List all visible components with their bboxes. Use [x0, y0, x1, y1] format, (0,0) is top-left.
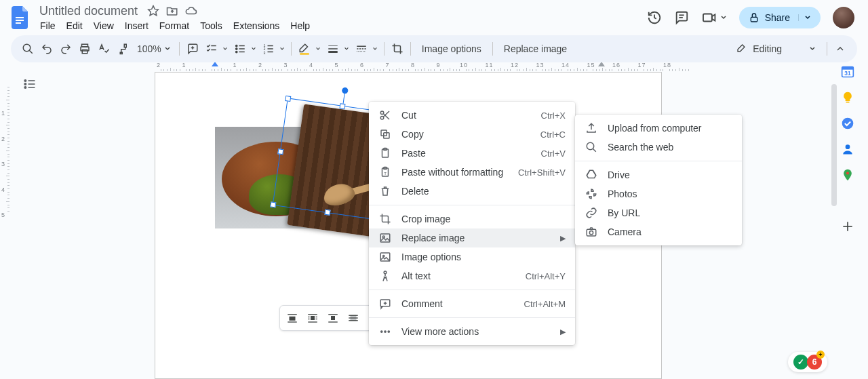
header-actions: Share [647, 7, 860, 28]
cut-icon [378, 109, 392, 121]
contacts-app-icon[interactable] [841, 142, 854, 156]
submenu-camera[interactable]: Camera [575, 222, 742, 241]
print-icon[interactable] [76, 39, 94, 58]
share-dropdown[interactable] [798, 14, 811, 21]
menu-format[interactable]: Format [155, 19, 194, 33]
menu-help[interactable]: Help [285, 19, 315, 33]
search-icon [585, 141, 598, 153]
undo-icon[interactable] [38, 39, 56, 58]
alt-icon [378, 270, 392, 282]
comment-icon [378, 298, 392, 310]
paste-plain-icon: T [378, 166, 392, 178]
border-color-dropdown-icon[interactable] [313, 39, 323, 58]
svg-point-40 [24, 83, 26, 85]
svg-marker-3 [149, 6, 159, 16]
replace-image-button[interactable]: Replace image [497, 43, 574, 54]
svg-rect-96 [846, 102, 850, 103]
ctx-comment[interactable]: CommentCtrl+Alt+M [369, 294, 575, 313]
zoom-select[interactable]: 100% [133, 43, 175, 54]
outline-toggle-icon[interactable] [23, 77, 37, 91]
border-dash-dropdown-icon[interactable] [370, 39, 380, 58]
border-dash-icon[interactable] [353, 39, 370, 58]
search-tool-icon[interactable] [19, 39, 37, 58]
menubar: File Edit View Insert Format Tools Exten… [35, 19, 647, 33]
add-app-icon[interactable] [841, 220, 854, 233]
svg-point-66 [380, 117, 384, 120]
ctx-alt-text[interactable]: Alt textCtrl+Alt+Y [369, 266, 575, 285]
history-icon[interactable] [647, 10, 662, 25]
crop-icon[interactable] [389, 39, 406, 58]
chevron-right-icon: ▶ [560, 234, 566, 243]
ctx-delete[interactable]: Delete [369, 182, 575, 201]
share-button[interactable]: Share [739, 7, 821, 28]
move-to-drive-icon[interactable] [166, 5, 178, 17]
ctx-replace-image[interactable]: Replace image▶ [369, 228, 575, 247]
docs-logo[interactable] [8, 5, 33, 30]
collapse-sidebar-icon[interactable] [831, 39, 849, 58]
wrap-text-icon[interactable] [303, 308, 322, 327]
drive-icon [585, 169, 598, 181]
svg-point-85 [384, 331, 386, 332]
menu-edit[interactable]: Edit [62, 19, 87, 33]
ctx-crop-image[interactable]: Crop image [369, 210, 575, 228]
ctx-paste-without-formatting[interactable]: TPaste without formattingCtrl+Shift+V [369, 163, 575, 182]
more-icon [378, 325, 392, 338]
submenu-drive[interactable]: Drive [575, 165, 742, 184]
border-weight-dropdown-icon[interactable] [342, 39, 351, 58]
ctx-view-more-actions[interactable]: View more actions▶ [369, 322, 575, 341]
svg-point-97 [842, 118, 854, 129]
border-color-icon[interactable] [296, 39, 313, 58]
border-weight-icon[interactable] [324, 39, 342, 58]
meet-icon[interactable] [701, 10, 727, 25]
calendar-app-icon[interactable]: 31 [841, 65, 854, 79]
svg-point-92 [589, 231, 593, 235]
ctx-copy[interactable]: CopyCtrl+C [369, 125, 575, 144]
star-icon[interactable] [147, 5, 159, 17]
svg-marker-7 [711, 14, 715, 20]
ctx-image-options[interactable]: Image options [369, 247, 575, 266]
redo-icon[interactable] [57, 39, 75, 58]
submenu-photos[interactable]: Photos [575, 184, 742, 203]
ctx-paste[interactable]: PasteCtrl+V [369, 144, 575, 163]
doc-title[interactable]: Untitled document [35, 3, 142, 19]
photos-icon [585, 188, 598, 200]
tasks-app-icon[interactable] [841, 117, 854, 130]
numbered-list-icon[interactable]: 123 [260, 39, 277, 58]
checklist-icon[interactable] [203, 39, 220, 58]
svg-point-87 [587, 142, 594, 150]
add-comment-icon[interactable] [184, 39, 201, 58]
menu-extensions[interactable]: Extensions [229, 19, 284, 33]
wrap-inline-icon[interactable] [283, 308, 302, 327]
wrap-behind-icon[interactable] [344, 308, 363, 327]
menu-view[interactable]: View [89, 19, 119, 33]
submenu-by-url[interactable]: By URL [575, 203, 742, 222]
paint-format-icon[interactable] [114, 39, 132, 58]
bulleted-list-dropdown-icon[interactable] [249, 39, 258, 58]
menu-tools[interactable]: Tools [195, 19, 227, 33]
cloud-status-icon[interactable] [185, 5, 197, 17]
menu-file[interactable]: File [35, 19, 60, 33]
extension-badges[interactable]: ✓ 6 [788, 352, 827, 372]
numbered-list-dropdown-icon[interactable] [277, 39, 287, 58]
svg-point-79 [383, 255, 384, 256]
ctx-cut[interactable]: CutCtrl+X [369, 106, 575, 125]
svg-point-99 [846, 172, 849, 174]
side-panel: 31 [833, 60, 863, 233]
svg-line-88 [593, 148, 596, 152]
checklist-dropdown-icon[interactable] [220, 39, 230, 58]
submenu-upload-from-computer[interactable]: Upload from computer [575, 119, 742, 138]
maps-app-icon[interactable] [841, 168, 854, 182]
spellcheck-icon[interactable] [95, 39, 113, 58]
comments-icon[interactable] [674, 10, 689, 25]
editing-mode[interactable]: Editing [730, 41, 823, 57]
vertical-ruler: 12345 [0, 72, 9, 379]
bulleted-list-icon[interactable] [231, 39, 249, 58]
avatar[interactable] [833, 7, 854, 28]
svg-rect-8 [751, 17, 757, 22]
menu-insert[interactable]: Insert [120, 19, 153, 33]
image-options-button[interactable]: Image options [415, 43, 488, 54]
submenu-search-the-web[interactable]: Search the web [575, 138, 742, 157]
svg-point-42 [24, 87, 26, 89]
wrap-break-icon[interactable] [323, 308, 342, 327]
keep-app-icon[interactable] [841, 91, 854, 104]
